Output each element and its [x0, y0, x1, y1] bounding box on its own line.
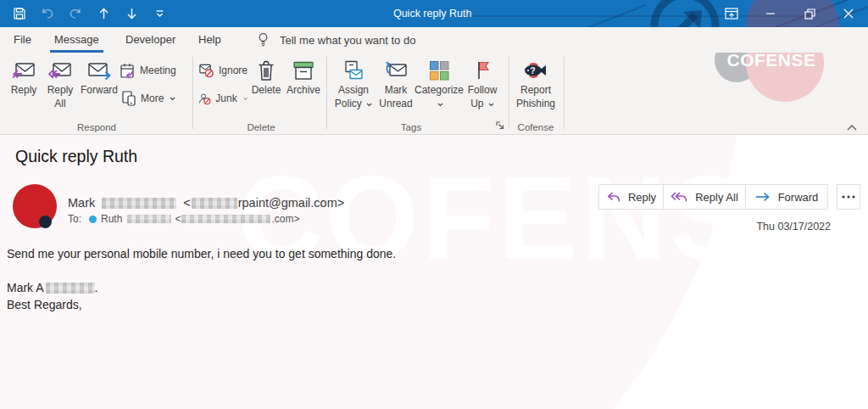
more-label: More	[141, 92, 164, 104]
junk-label: Junk	[215, 92, 236, 104]
forward-arrow-icon	[755, 192, 771, 202]
chevron-down-icon	[170, 97, 175, 101]
tell-me-box[interactable]: Tell me what you want to do	[257, 27, 415, 53]
ribbon-separator	[564, 57, 565, 129]
tab-file[interactable]: File	[14, 27, 31, 53]
tags-dialog-launcher-icon[interactable]	[495, 120, 505, 131]
ribbon-separator	[192, 57, 193, 129]
ignore-icon	[198, 63, 214, 79]
collapse-ribbon-icon[interactable]	[846, 124, 858, 131]
recipient-name[interactable]: Ruth	[101, 213, 122, 225]
save-icon[interactable]	[12, 6, 27, 21]
tab-developer[interactable]: Developer	[125, 27, 175, 53]
reply-envelope-icon	[12, 56, 36, 81]
undo-icon[interactable]	[40, 6, 55, 21]
follow-up-button[interactable]: Follow Up	[462, 56, 503, 117]
trash-icon	[256, 56, 276, 81]
redacted-signature-surname	[46, 283, 95, 294]
close-icon[interactable]	[829, 0, 868, 27]
reply-all-button[interactable]: Reply All	[42, 56, 78, 117]
received-date: Thu 03/17/2022	[756, 221, 831, 233]
tab-message[interactable]: Message	[54, 27, 99, 53]
sender-line: Mark < rpaint@gmail.com>	[68, 196, 344, 210]
follow-up-flag-icon	[472, 56, 492, 81]
ribbon-separator	[326, 57, 327, 129]
ribbon-tab-bar: File Message Developer Help Tell me what…	[0, 27, 868, 53]
restore-icon[interactable]	[790, 0, 829, 27]
delete-label: Delete	[252, 84, 281, 98]
more-actions-icon	[121, 90, 136, 107]
junk-icon	[198, 91, 211, 107]
mark-unread-label: Mark Unread	[376, 84, 416, 110]
move-down-icon[interactable]	[124, 6, 139, 21]
header-action-buttons: Reply Reply All Forward	[598, 184, 828, 210]
delete-button[interactable]: Delete	[249, 56, 283, 117]
recipient-email-suffix[interactable]: .com>	[271, 213, 299, 225]
archive-button[interactable]: Archive	[283, 56, 324, 117]
assign-policy-icon	[342, 56, 364, 81]
reply-all-arrow-icon	[670, 191, 687, 203]
chevron-down-icon	[243, 97, 248, 101]
sender-name[interactable]: Mark	[68, 196, 95, 210]
group-label-respond: Respond	[7, 122, 186, 132]
active-tab-underline	[50, 50, 103, 53]
reply-all-label: Reply All	[42, 84, 78, 110]
forward-button[interactable]: Forward	[80, 56, 119, 117]
redacted-sender-surname	[102, 198, 176, 209]
email-body-text: Send me your personal mobile number, i n…	[7, 247, 396, 261]
sender-email[interactable]: rpaint@gmail.com>	[238, 196, 345, 210]
mark-unread-icon	[384, 56, 408, 81]
bracket: <	[175, 213, 181, 225]
redacted-recipient-surname	[127, 215, 171, 223]
header-reply-button[interactable]: Reply	[598, 184, 664, 210]
header-reply-all-button[interactable]: Reply All	[663, 184, 746, 210]
minimize-icon[interactable]	[751, 0, 790, 27]
ignore-button[interactable]: Ignore	[198, 60, 248, 81]
report-phishing-button[interactable]: ? Report Phishing	[512, 56, 559, 117]
mark-unread-button[interactable]: Mark Unread	[376, 56, 416, 117]
svg-text:?: ?	[530, 65, 535, 76]
lightbulb-icon	[257, 32, 270, 48]
customize-qat-icon[interactable]	[152, 6, 167, 21]
window-title: Quick reply Ruth	[393, 0, 471, 27]
reply-button[interactable]: Reply	[7, 56, 41, 117]
redacted-recipient-email	[181, 215, 270, 223]
forward-envelope-icon	[87, 56, 111, 81]
meeting-calendar-icon	[120, 63, 136, 79]
more-respond-button[interactable]: More	[121, 88, 187, 109]
archive-box-icon	[292, 56, 315, 81]
redo-icon[interactable]	[68, 6, 83, 21]
group-label-delete: Delete	[198, 122, 324, 132]
ribbon-display-options-icon[interactable]	[712, 0, 751, 27]
meeting-label: Meeting	[140, 64, 176, 76]
reading-pane: COFENSE Quick reply Ruth Mark < rpaint@g…	[0, 136, 868, 409]
email-subject: Quick reply Ruth	[15, 147, 137, 166]
header-more-actions-button[interactable]	[837, 184, 860, 210]
report-phishing-label: Report Phishing	[512, 84, 559, 110]
to-label: To:	[68, 213, 81, 225]
group-label-cofense: Cofense	[512, 122, 559, 132]
tab-help[interactable]: Help	[198, 27, 221, 53]
categorize-button[interactable]: Categorize	[417, 56, 461, 117]
window-controls	[712, 0, 868, 27]
assign-policy-button[interactable]: Assign Policy	[332, 56, 375, 117]
bracket: <	[183, 196, 190, 210]
email-signature: Mark A .	[7, 281, 97, 294]
header-forward-button[interactable]: Forward	[745, 184, 828, 210]
sender-avatar-badge	[39, 216, 52, 228]
meeting-button[interactable]: Meeting	[120, 60, 187, 81]
report-phishing-fish-icon: ?	[522, 56, 549, 81]
presence-dot-icon	[89, 216, 97, 223]
recipient-line: To: Ruth < .com>	[68, 213, 299, 225]
chevron-down-icon	[437, 103, 443, 107]
move-up-icon[interactable]	[96, 6, 111, 21]
archive-label: Archive	[287, 84, 320, 98]
background-watermark-text: COFENSE	[237, 149, 835, 287]
junk-button[interactable]: Junk	[198, 88, 248, 109]
ignore-label: Ignore	[219, 64, 248, 76]
forward-label: Forward	[81, 84, 118, 98]
quick-access-toolbar	[12, 0, 167, 27]
categorize-label: Categorize	[415, 84, 464, 96]
group-label-tags: Tags	[331, 122, 492, 132]
assign-policy-label: Assign Policy	[335, 84, 369, 109]
